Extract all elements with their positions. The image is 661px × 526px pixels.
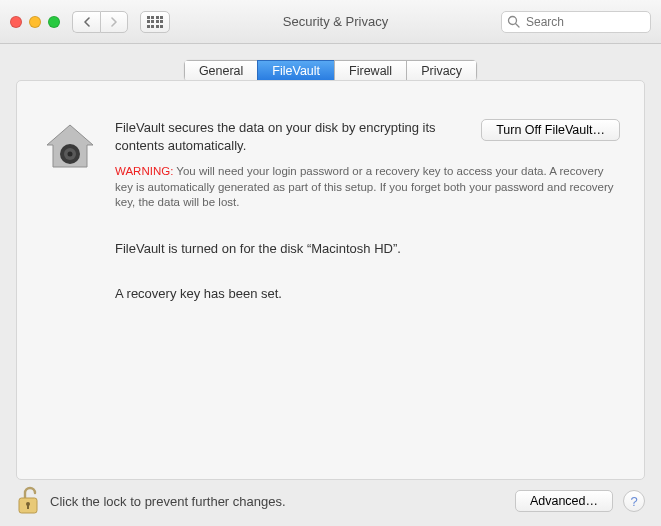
warning-label: WARNING: (115, 165, 173, 177)
tab-firewall[interactable]: Firewall (334, 60, 406, 81)
svg-line-1 (516, 23, 520, 27)
svg-rect-7 (27, 505, 29, 509)
filevault-description: FileVault secures the data on your disk … (115, 119, 465, 154)
recovery-status: A recovery key has been set. (115, 286, 620, 301)
tab-panel: FileVault secures the data on your disk … (16, 80, 645, 480)
search-input[interactable] (501, 11, 651, 33)
show-all-button[interactable] (140, 11, 170, 33)
minimize-window-button[interactable] (29, 16, 41, 28)
lock-hint-text: Click the lock to prevent further change… (50, 494, 505, 509)
search-icon (507, 15, 520, 28)
titlebar: Security & Privacy (0, 0, 661, 44)
lock-open-icon (16, 486, 40, 516)
forward-button[interactable] (100, 11, 128, 33)
back-button[interactable] (72, 11, 100, 33)
lock-button[interactable] (16, 486, 40, 516)
filevault-house-icon (41, 119, 99, 177)
chevron-right-icon (110, 17, 118, 27)
footer: Click the lock to prevent further change… (0, 476, 661, 526)
warning-text: WARNING: You will need your login passwo… (115, 164, 620, 211)
search-field-wrap (501, 11, 651, 33)
help-button[interactable]: ? (623, 490, 645, 512)
advanced-button[interactable]: Advanced… (515, 490, 613, 512)
tab-privacy[interactable]: Privacy (406, 60, 477, 81)
grid-icon (147, 16, 164, 28)
chevron-left-icon (83, 17, 91, 27)
nav-buttons (72, 11, 128, 33)
filevault-status: FileVault is turned on for the disk “Mac… (115, 241, 620, 256)
svg-point-4 (68, 152, 73, 157)
close-window-button[interactable] (10, 16, 22, 28)
turn-off-filevault-button[interactable]: Turn Off FileVault… (481, 119, 620, 141)
tab-general[interactable]: General (184, 60, 257, 81)
window-controls (10, 16, 60, 28)
zoom-window-button[interactable] (48, 16, 60, 28)
tab-filevault[interactable]: FileVault (257, 60, 334, 81)
warning-body: You will need your login password or a r… (115, 165, 614, 208)
content: General FileVault Firewall Privacy FileV… (0, 44, 661, 480)
window-title: Security & Privacy (178, 14, 493, 29)
tab-bar: General FileVault Firewall Privacy (16, 60, 645, 81)
